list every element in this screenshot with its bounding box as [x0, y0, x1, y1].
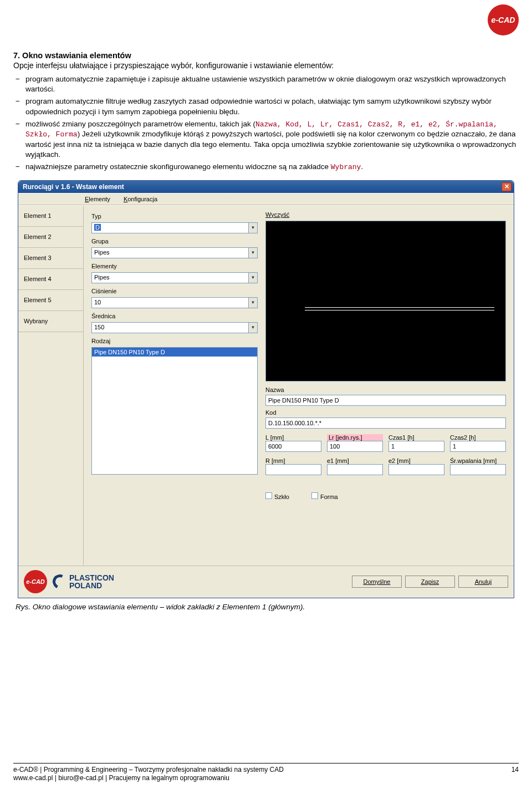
input-czas1[interactable] — [388, 441, 444, 452]
checkbox-icon — [265, 492, 272, 499]
input-e1[interactable] — [327, 464, 383, 475]
close-icon[interactable]: ✕ — [502, 182, 511, 191]
label-czas1: Czas1 [h] — [388, 434, 444, 441]
preview-pipe-icon — [305, 307, 494, 311]
bullet-2: program automatycznie filtruje według za… — [25, 96, 519, 116]
insert-element-dialog: Rurociągi v 1.6 - Wstaw element ✕ EEleme… — [18, 180, 514, 598]
combo-cisnienie[interactable]: 10▼ — [91, 297, 258, 308]
chevron-down-icon: ▼ — [248, 323, 257, 333]
checkbox-forma[interactable]: Forma — [311, 492, 338, 500]
input-nazwa[interactable] — [265, 395, 506, 406]
label-kod: Kod — [265, 409, 506, 416]
combo-grupa[interactable]: Pipes▼ — [91, 247, 258, 258]
listbox-rodzaj[interactable]: Pipe DN150 PN10 Type D — [91, 347, 258, 475]
anuluj-button[interactable]: Anuluj — [458, 576, 508, 588]
label-e2: e2 [mm] — [388, 457, 444, 464]
tab-element-4[interactable]: Element 4 — [18, 269, 83, 290]
checkbox-icon — [311, 492, 318, 499]
input-czas2[interactable] — [450, 441, 506, 452]
footer-line-1: e-CAD® | Programming & Engineering – Two… — [13, 766, 284, 775]
figure-caption: Rys. Okno dialogowe wstawiania elementu … — [16, 603, 519, 611]
label-typ: Typ — [91, 213, 258, 220]
ecad-logo-icon: e-CAD — [24, 570, 47, 593]
combo-typ[interactable]: D▼ — [91, 222, 258, 233]
dialog-menubar: EElementylementy Konfiguracja — [18, 193, 514, 205]
chevron-down-icon: ▼ — [248, 273, 257, 283]
menu-elementy[interactable]: EElementylementy — [85, 196, 110, 202]
label-e1: e1 [mm] — [327, 457, 383, 464]
dialog-titlebar: Rurociągi v 1.6 - Wstaw element ✕ — [18, 181, 514, 193]
chevron-down-icon: ▼ — [248, 248, 257, 258]
label-grupa: Grupa — [91, 238, 258, 245]
input-r[interactable] — [265, 464, 321, 475]
label-nazwa: Nazwa — [265, 386, 506, 393]
ecad-logo-top: e-CAD — [488, 4, 519, 35]
chevron-down-icon: ▼ — [248, 298, 257, 308]
dialog-title: Rurociągi v 1.6 - Wstaw element — [23, 183, 124, 191]
zapisz-button[interactable]: Zapisz — [405, 576, 455, 588]
page-number: 14 — [511, 766, 519, 783]
dialog-sidebar: Element 1 Element 2 Element 3 Element 4 … — [18, 206, 84, 566]
section-subtitle: Opcje interfejsu ułatwiające i przyspies… — [13, 61, 519, 70]
bullet-3: możliwość zmiany poszczególnych parametr… — [25, 119, 519, 160]
menu-konfiguracja[interactable]: Konfiguracja — [124, 196, 157, 202]
tab-wybrany[interactable]: Wybrany — [18, 311, 83, 332]
combo-srednica[interactable]: 150▼ — [91, 322, 258, 333]
wyczysc-button[interactable]: Wyczyść — [265, 211, 289, 218]
tab-element-3[interactable]: Element 3 — [18, 248, 83, 269]
dialog-footer: e-CAD PLASTICONPOLAND Domyślne Zapisz An… — [18, 566, 514, 598]
bullet-4: najważniejsze parametry ostatecznie skon… — [25, 162, 519, 172]
section-title: 7. Okno wstawiania elementów — [13, 51, 519, 60]
domyslne-button[interactable]: Domyślne — [352, 576, 402, 588]
label-elementy: Elementy — [91, 263, 258, 269]
preview-area — [265, 221, 506, 381]
label-srwpalania: Śr.wpalania [mm] — [450, 457, 506, 464]
bullet-list: −program automatycznie zapamiętuje i zap… — [16, 74, 519, 172]
footer-line-2: www.e-cad.pl | biuro@e-cad.pl | Pracujem… — [13, 774, 284, 783]
listbox-selected-item[interactable]: Pipe DN150 PN10 Type D — [92, 348, 257, 357]
input-l[interactable] — [265, 441, 321, 452]
plasticon-logo: PLASTICONPOLAND — [53, 574, 114, 589]
chevron-down-icon: ▼ — [248, 223, 257, 233]
page-footer: e-CAD® | Programming & Engineering – Two… — [13, 763, 519, 783]
label-r: R [mm] — [265, 457, 321, 464]
label-srednica: Średnica — [91, 313, 258, 319]
input-lr[interactable] — [327, 441, 383, 452]
tab-element-5[interactable]: Element 5 — [18, 290, 83, 311]
checkbox-szklo[interactable]: Szkło — [265, 492, 289, 500]
label-czas2: Czas2 [h] — [450, 434, 506, 441]
input-kod[interactable] — [265, 418, 506, 429]
input-e2[interactable] — [388, 464, 444, 475]
tab-element-1[interactable]: Element 1 — [18, 206, 83, 227]
tab-element-2[interactable]: Element 2 — [18, 227, 83, 248]
plasticon-arc-icon — [50, 573, 69, 591]
label-l: L [mm] — [265, 434, 321, 441]
combo-elementy[interactable]: Pipes▼ — [91, 272, 258, 283]
label-rodzaj: Rodzaj — [91, 338, 258, 344]
input-srwpalania[interactable] — [450, 464, 506, 475]
label-lr: Lr [jedn.rys.] — [327, 434, 383, 441]
label-cisnienie: Ciśnienie — [91, 288, 258, 294]
bullet-1: program automatycznie zapamiętuje i zapi… — [25, 74, 519, 94]
